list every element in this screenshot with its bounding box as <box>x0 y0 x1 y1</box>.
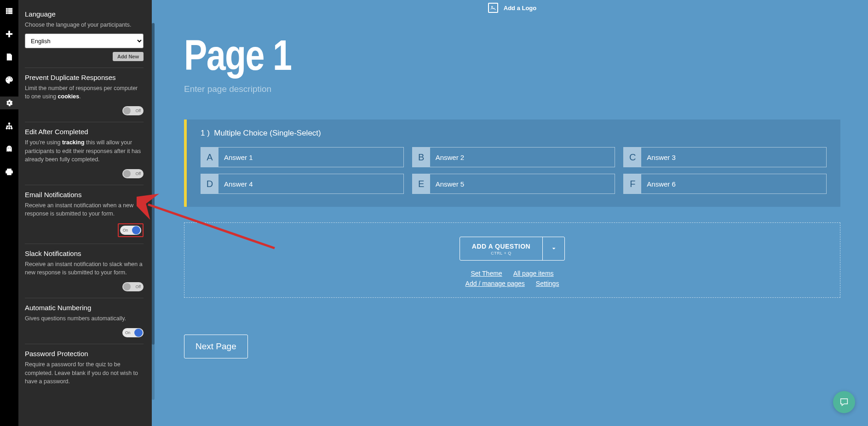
email-notifications-toggle[interactable]: On <box>120 226 141 235</box>
answer-label: Answer 6 <box>641 174 826 193</box>
settings-scrollbar[interactable] <box>152 23 155 400</box>
slack-notifications-toggle[interactable]: Off <box>122 282 144 291</box>
add-language-button[interactable]: Add New <box>113 52 144 61</box>
answer-label: Answer 2 <box>430 148 615 167</box>
answer-option[interactable]: FAnswer 6 <box>623 174 827 194</box>
svg-rect-4 <box>6 12 7 14</box>
rail-add-icon[interactable] <box>0 28 18 40</box>
rail-list-icon[interactable] <box>0 5 18 17</box>
answer-option[interactable]: BAnswer 2 <box>412 147 615 167</box>
answer-letter: E <box>413 174 430 193</box>
setting-email-title: Email Notifications <box>25 191 144 199</box>
svg-rect-1 <box>8 8 12 10</box>
svg-rect-2 <box>6 11 7 12</box>
svg-rect-0 <box>6 8 7 10</box>
svg-rect-3 <box>8 11 12 12</box>
rail-settings-icon[interactable] <box>0 97 18 109</box>
rail-print-icon[interactable] <box>0 165 18 178</box>
edit-after-toggle[interactable]: Off <box>122 169 144 178</box>
setting-automatic-numbering: Automatic Numbering Gives questions numb… <box>25 298 144 344</box>
setting-language: Language Choose the language of your par… <box>25 5 144 68</box>
answer-label: Answer 1 <box>218 148 403 167</box>
icon-rail <box>0 0 18 426</box>
answers-grid: AAnswer 1BAnswer 2CAnswer 3DAnswer 4EAns… <box>201 147 827 194</box>
rail-theme-icon[interactable] <box>0 74 18 86</box>
answer-letter: F <box>624 174 641 193</box>
rail-page-icon[interactable] <box>0 51 18 63</box>
rail-tree-icon[interactable] <box>0 119 18 132</box>
setting-slack-title: Slack Notifications <box>25 250 144 257</box>
setting-email-notifications: Email Notifications Receive an instant n… <box>25 185 144 244</box>
rail-ghost-icon[interactable] <box>0 142 18 155</box>
svg-rect-7 <box>6 34 12 35</box>
prevent-duplicate-toggle[interactable]: Off <box>122 106 144 115</box>
add-question-dropdown[interactable] <box>542 237 564 260</box>
page-description-placeholder[interactable]: Enter page description <box>184 84 840 94</box>
answer-letter: A <box>201 148 218 167</box>
answer-option[interactable]: CAnswer 3 <box>623 147 827 167</box>
setting-edit-after-desc: If you're using tracking this will allow… <box>25 138 144 163</box>
image-icon <box>488 3 498 13</box>
add-question-zone: ADD A QUESTION CTRL + Q Set Theme All pa… <box>184 222 840 298</box>
setting-edit-after-title: Edit After Completed <box>25 128 144 136</box>
setting-prevent-duplicate: Prevent Duplicate Responses Limit the nu… <box>25 68 144 122</box>
add-question-group: ADD A QUESTION CTRL + Q <box>460 237 565 261</box>
page-title[interactable]: Page 1 <box>184 31 722 80</box>
answer-letter: B <box>413 148 430 167</box>
answer-option[interactable]: AAnswer 1 <box>201 147 404 167</box>
svg-point-11 <box>11 128 12 129</box>
email-toggle-highlight: On <box>118 223 144 237</box>
answer-letter: D <box>201 174 218 193</box>
setting-language-title: Language <box>25 10 144 18</box>
answer-label: Answer 4 <box>218 174 403 193</box>
manage-pages-link[interactable]: Add / manage pages <box>466 280 525 287</box>
question-card[interactable]: 1 ) Multiple Choice (Single-Select) AAns… <box>184 119 840 207</box>
svg-point-10 <box>9 128 10 129</box>
setting-password-desc: Require a password for the quiz to be co… <box>25 360 144 385</box>
svg-point-12 <box>491 6 492 7</box>
answer-option[interactable]: DAnswer 4 <box>201 174 404 194</box>
language-select[interactable]: English <box>25 34 144 48</box>
setting-slack-desc: Receive an instant notification to slack… <box>25 260 144 277</box>
setting-autonum-desc: Gives questions numbers automatically. <box>25 314 144 323</box>
svg-rect-5 <box>8 12 12 14</box>
setting-password-protection: Password Protection Require a password f… <box>25 344 144 392</box>
set-theme-link[interactable]: Set Theme <box>471 270 502 277</box>
setting-prevent-duplicate-title: Prevent Duplicate Responses <box>25 74 144 81</box>
settings-link[interactable]: Settings <box>536 280 559 287</box>
question-header: 1 ) Multiple Choice (Single-Select) <box>201 129 827 138</box>
svg-point-8 <box>9 123 10 124</box>
answer-option[interactable]: EAnswer 5 <box>412 174 615 194</box>
settings-panel: Language Choose the language of your par… <box>18 0 152 426</box>
setting-edit-after: Edit After Completed If you're using tra… <box>25 122 144 185</box>
setting-prevent-duplicate-desc: Limit the number of responses per comput… <box>25 84 144 101</box>
all-page-items-link[interactable]: All page items <box>513 270 554 277</box>
setting-slack-notifications: Slack Notifications Receive an instant n… <box>25 244 144 298</box>
answer-letter: C <box>624 148 641 167</box>
automatic-numbering-toggle[interactable]: On <box>122 328 144 337</box>
main-canvas: Add a Logo Page 1 Enter page description… <box>156 0 868 426</box>
help-chat-button[interactable] <box>833 391 855 413</box>
setting-email-desc: Receive an instant notification when a n… <box>25 201 144 218</box>
setting-language-desc: Choose the language of your participants… <box>25 21 144 29</box>
add-question-button[interactable]: ADD A QUESTION CTRL + Q <box>460 237 542 260</box>
setting-password-title: Password Protection <box>25 350 144 358</box>
svg-point-9 <box>6 128 7 129</box>
setting-autonum-title: Automatic Numbering <box>25 304 144 312</box>
answer-label: Answer 3 <box>641 148 826 167</box>
next-page-button[interactable]: Next Page <box>184 335 248 358</box>
answer-label: Answer 5 <box>430 174 615 193</box>
add-logo-button[interactable]: Add a Logo <box>184 0 840 13</box>
add-logo-label: Add a Logo <box>504 5 537 11</box>
